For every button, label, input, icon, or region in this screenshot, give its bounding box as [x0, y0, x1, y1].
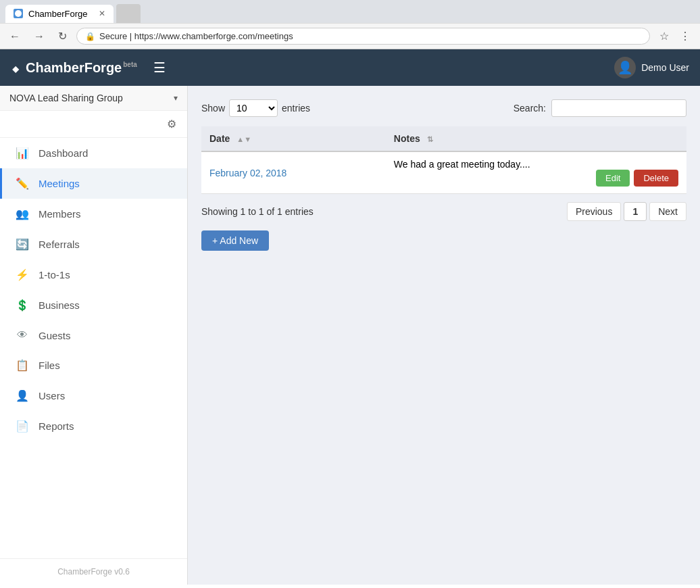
- logo-icon: ⬥: [11, 58, 20, 77]
- table-header-row: Date ▲▼ Notes ⇅: [201, 126, 686, 151]
- sidebar-nav: 📊 Dashboard ✏️ Meetings 👥 Members 🔄 Refe…: [0, 138, 187, 558]
- hamburger-button[interactable]: ☰: [153, 59, 166, 76]
- date-cell: February 02, 2018: [201, 151, 386, 194]
- logo-text: ChamberForgebeta: [26, 60, 137, 76]
- notes-column-header[interactable]: Notes ⇅: [386, 126, 686, 151]
- sidebar-item-label: Reports: [39, 420, 74, 432]
- sidebar-item-guests[interactable]: 👁 Guests: [0, 320, 187, 350]
- sidebar-item-business[interactable]: 💲 Business: [0, 290, 187, 320]
- meetings-icon: ✏️: [16, 177, 29, 190]
- page-1-button[interactable]: 1: [624, 202, 647, 221]
- logo-area: ⬥ ChamberForgebeta ☰: [11, 58, 614, 77]
- edit-button[interactable]: Edit: [596, 170, 630, 187]
- refresh-button[interactable]: ↻: [54, 28, 71, 44]
- table-row: February 02, 2018 We had a great meeting…: [201, 151, 686, 194]
- pagination: Previous 1 Next: [567, 202, 686, 221]
- back-button[interactable]: ←: [5, 29, 24, 44]
- sidebar-item-label: Meetings: [39, 178, 80, 189]
- previous-button[interactable]: Previous: [567, 202, 621, 221]
- sidebar-group-arrow-icon: ▾: [174, 93, 178, 103]
- search-label: Search:: [514, 103, 546, 114]
- bookmark-button[interactable]: ☆: [655, 28, 673, 45]
- app-header: ⬥ ChamberForgebeta ☰ 👤 Demo User: [0, 49, 700, 86]
- user-area: 👤 Demo User: [614, 57, 689, 78]
- browser-title-bar: ChamberForge ✕: [0, 0, 700, 23]
- notes-text: We had a great meeting today....: [394, 159, 530, 170]
- members-icon: 👥: [16, 207, 29, 220]
- show-label: Show: [201, 103, 225, 114]
- sidebar-item-1to1s[interactable]: ⚡ 1-to-1s: [0, 260, 187, 290]
- sidebar-item-label: Referrals: [39, 239, 80, 250]
- show-entries-control: Show 10 25 50 100 entries: [201, 99, 310, 117]
- sidebar-footer: ChamberForge v0.6: [0, 558, 187, 585]
- browser-chrome: ChamberForge ✕ ← → ↻ 🔒 Secure | https://…: [0, 0, 700, 49]
- app-body: NOVA Lead Sharing Group ▾ ⚙ 📊 Dashboard …: [0, 86, 700, 585]
- sidebar-item-label: Members: [39, 208, 81, 220]
- sidebar-item-members[interactable]: 👥 Members: [0, 199, 187, 229]
- sidebar-item-meetings[interactable]: ✏️ Meetings: [0, 168, 187, 199]
- table-body: February 02, 2018 We had a great meeting…: [201, 151, 686, 194]
- sidebar-settings-row: ⚙: [0, 111, 187, 138]
- guests-icon: 👁: [16, 329, 29, 341]
- 1to1s-icon: ⚡: [16, 268, 29, 281]
- svg-point-0: [15, 10, 22, 17]
- sidebar: NOVA Lead Sharing Group ▾ ⚙ 📊 Dashboard …: [0, 86, 188, 585]
- sidebar-item-files[interactable]: 📋 Files: [0, 350, 187, 381]
- tab-favicon: [14, 9, 23, 18]
- notes-cell: We had a great meeting today.... Edit De…: [386, 151, 686, 194]
- new-tab-button[interactable]: [116, 4, 141, 23]
- tab-title: ChamberForge: [28, 9, 87, 19]
- sidebar-item-label: Users: [39, 390, 65, 401]
- add-new-button[interactable]: + Add New: [201, 230, 269, 251]
- notes-sort-icon: ⇅: [427, 135, 433, 143]
- controls-row: Show 10 25 50 100 entries Search:: [201, 99, 686, 117]
- search-input[interactable]: [551, 99, 686, 117]
- sidebar-item-label: Dashboard: [39, 147, 88, 159]
- tab-close-button[interactable]: ✕: [99, 9, 105, 18]
- forward-button[interactable]: →: [30, 29, 49, 44]
- user-avatar: 👤: [614, 57, 636, 78]
- sidebar-item-dashboard[interactable]: 📊 Dashboard: [0, 138, 187, 168]
- date-sort-icon: ▲▼: [236, 135, 251, 143]
- business-icon: 💲: [16, 299, 29, 312]
- table-footer: Showing 1 to 1 of 1 entries Previous 1 N…: [201, 202, 686, 221]
- main-content: Show 10 25 50 100 entries Search:: [188, 86, 700, 585]
- delete-button[interactable]: Delete: [634, 170, 678, 187]
- users-icon: 👤: [16, 389, 29, 402]
- showing-text: Showing 1 to 1 of 1 entries: [201, 206, 314, 217]
- sidebar-item-label: Files: [39, 360, 60, 371]
- app-wrapper: ⬥ ChamberForgebeta ☰ 👤 Demo User NOVA Le…: [0, 49, 700, 585]
- address-bar[interactable]: 🔒 Secure | https://www.chamberforge.com/…: [76, 28, 650, 45]
- lock-icon: 🔒: [85, 32, 95, 41]
- toolbar-actions: ☆ ⋮: [655, 28, 695, 45]
- url-display: Secure | https://www.chamberforge.com/me…: [99, 31, 293, 41]
- entries-select[interactable]: 10 25 50 100: [229, 99, 278, 117]
- sidebar-item-label: 1-to-1s: [39, 269, 70, 280]
- sidebar-settings-button[interactable]: ⚙: [161, 115, 182, 133]
- referrals-icon: 🔄: [16, 238, 29, 251]
- meetings-table: Date ▲▼ Notes ⇅ February 02, 2018: [201, 126, 686, 194]
- sidebar-item-reports[interactable]: 📄 Reports: [0, 411, 187, 441]
- browser-menu-button[interactable]: ⋮: [676, 28, 695, 45]
- dashboard-icon: 📊: [16, 147, 29, 160]
- browser-tab[interactable]: ChamberForge ✕: [5, 5, 114, 23]
- sidebar-item-users[interactable]: 👤 Users: [0, 381, 187, 411]
- user-name: Demo User: [641, 62, 689, 73]
- reports-icon: 📄: [16, 420, 29, 433]
- table-header: Date ▲▼ Notes ⇅: [201, 126, 686, 151]
- next-button[interactable]: Next: [649, 202, 686, 221]
- date-link[interactable]: February 02, 2018: [209, 168, 286, 178]
- browser-toolbar: ← → ↻ 🔒 Secure | https://www.chamberforg…: [0, 23, 700, 49]
- sidebar-item-label: Guests: [39, 330, 71, 341]
- entries-label: entries: [282, 103, 310, 114]
- files-icon: 📋: [16, 359, 29, 372]
- sidebar-group-name: NOVA Lead Sharing Group: [9, 93, 123, 103]
- sidebar-item-label: Business: [39, 299, 80, 311]
- sidebar-group-header: NOVA Lead Sharing Group ▾: [0, 86, 187, 111]
- search-area: Search:: [514, 99, 686, 117]
- sidebar-item-referrals[interactable]: 🔄 Referrals: [0, 229, 187, 260]
- action-buttons: Edit Delete: [394, 170, 678, 187]
- date-column-header[interactable]: Date ▲▼: [201, 126, 386, 151]
